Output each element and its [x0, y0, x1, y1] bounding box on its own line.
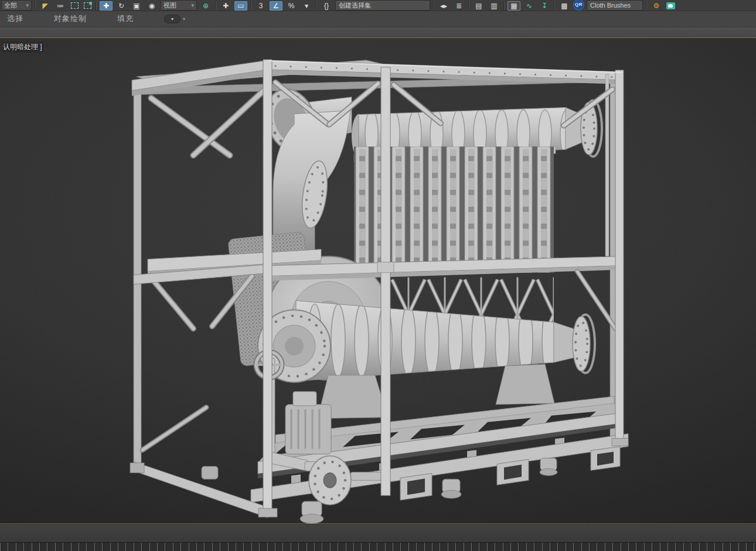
angle-snap-icon[interactable]: ∠: [270, 1, 282, 11]
material-editor-icon[interactable]: ▩: [558, 1, 571, 11]
align-icon[interactable]: ≣: [452, 1, 465, 11]
toolbar-separator: [35, 2, 36, 10]
perspective-viewport[interactable]: 认明暗处理 ]: [0, 37, 756, 524]
qr-badge[interactable]: QR: [573, 0, 584, 11]
cloth-brushes-dropdown[interactable]: Cloth Brushes: [587, 0, 643, 11]
chevron-down-icon: ▾: [191, 1, 194, 9]
toolbar-separator: [250, 2, 251, 10]
toolbar-separator: [468, 2, 469, 10]
ribbon-minimize-button[interactable]: ▾: [164, 15, 181, 23]
scene-explorer-icon[interactable]: ▤: [472, 1, 485, 11]
curve-editor-icon[interactable]: ∿: [523, 1, 536, 11]
toolbar-separator: [554, 2, 555, 10]
select-and-move-icon[interactable]: ✚: [100, 1, 113, 11]
toolbar-separator: [503, 2, 505, 10]
select-and-place-icon[interactable]: ◉: [145, 1, 158, 11]
snaps-toggle-3d-icon[interactable]: 3: [254, 1, 267, 11]
ribbon-tab-bar: 选择对象绘制填充 ▾ ▾: [0, 11, 756, 28]
select-and-manipulate-icon[interactable]: ✚: [219, 1, 232, 11]
ribbon-minimize-caret-icon[interactable]: ▾: [183, 16, 185, 22]
schematic-view-icon[interactable]: ↧: [538, 1, 551, 11]
snap-flyout-arrow-icon[interactable]: ▾: [300, 1, 313, 11]
keyboard-override-icon[interactable]: ▭: [234, 1, 247, 11]
toolbar-separator: [433, 2, 434, 10]
ribbon-tab-0[interactable]: 选择: [7, 13, 23, 24]
rectangular-selection-region-icon[interactable]: [69, 1, 80, 11]
render-setup-icon[interactable]: ⚙: [650, 1, 663, 11]
ribbon-tab-1[interactable]: 对象绘制: [54, 13, 87, 24]
select-by-name-icon[interactable]: ≔: [54, 1, 67, 11]
toolbar-separator: [316, 2, 317, 10]
window-crossing-icon[interactable]: [82, 1, 93, 11]
layer-explorer-icon[interactable]: ▥: [488, 1, 500, 11]
use-pivot-center-icon[interactable]: ⊕: [199, 1, 212, 11]
mirror-icon[interactable]: ◂▸: [437, 1, 450, 11]
ribbon-body-collapsed: [0, 28, 756, 37]
select-and-scale-icon[interactable]: ▣: [130, 1, 143, 11]
render-production-icon[interactable]: [665, 1, 676, 11]
ribbon-toggle-icon[interactable]: ▦: [508, 1, 520, 11]
reference-coordinate-dropdown[interactable]: 视图▾: [161, 0, 197, 11]
toolbar-separator: [646, 2, 647, 10]
named-selection-set-field[interactable]: 创建选择集: [335, 0, 430, 11]
3d-model-heat-exchanger-skid[interactable]: [0, 38, 756, 526]
application-window: 全部▾◤≔✚↻▣◉视图▾⊕✚▭3∠%▾{}创建选择集◂▸≣▤▥▦∿↧▩QRClo…: [0, 0, 756, 551]
ribbon-tab-2[interactable]: 填充: [117, 13, 134, 24]
toolbar-separator: [215, 2, 216, 10]
ribbon-tabs-container: 选择对象绘制填充: [7, 13, 164, 24]
selection-filter-dropdown[interactable]: 全部▾: [1, 0, 32, 11]
chevron-down-icon: ▾: [26, 1, 29, 9]
viewport-shading-label[interactable]: 认明暗处理 ]: [1, 42, 44, 53]
toolbar-separator: [96, 2, 97, 10]
track-bar-strip[interactable]: [0, 524, 756, 542]
teapot-icon: [666, 2, 675, 9]
main-toolbar: 全部▾◤≔✚↻▣◉视图▾⊕✚▭3∠%▾{}创建选择集◂▸≣▤▥▦∿↧▩QRClo…: [0, 0, 756, 11]
select-object-icon[interactable]: ◤: [39, 1, 52, 11]
percent-snap-icon[interactable]: %: [285, 1, 298, 11]
select-and-rotate-icon[interactable]: ↻: [115, 1, 128, 11]
timeline-ruler[interactable]: [0, 542, 756, 551]
edit-named-sets-icon[interactable]: {}: [320, 1, 333, 11]
